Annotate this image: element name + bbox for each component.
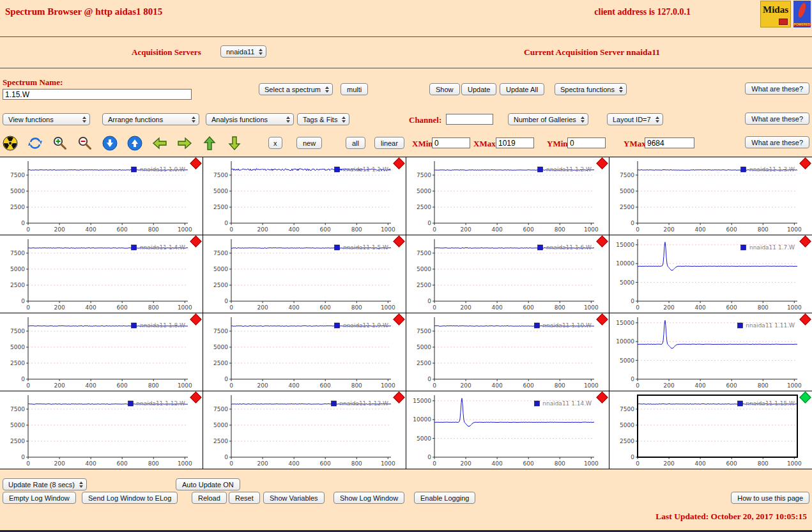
what-are-these-button[interactable]: What are these? [745,82,809,95]
spectrum-chart-svg: 025005000750002004006008001000nnaida11 1… [609,157,812,235]
svg-text:400: 400 [695,304,706,311]
arrow-down-circle-icon[interactable] [102,136,118,151]
svg-text:800: 800 [555,382,565,389]
tags-fits-select[interactable]: Tags & Fits [297,113,349,125]
xmax-input[interactable] [496,137,534,148]
svg-text:400: 400 [289,460,300,467]
svg-text:15000: 15000 [413,398,431,404]
spectrum-panel-6[interactable]: 025005000750002004006008001000nnaida11 1… [406,235,609,313]
svg-text:5000: 5000 [213,266,228,272]
svg-text:7500: 7500 [10,328,25,334]
ymin-input[interactable] [567,137,606,148]
tcl-powered-logo[interactable]: POWERED [793,1,811,27]
show-log-window-button[interactable]: Show Log Window [333,492,404,504]
arrange-functions-select[interactable]: Arrange functions [102,113,199,125]
svg-text:200: 200 [54,304,65,311]
spectrum-name-input[interactable] [3,89,192,100]
svg-text:600: 600 [117,226,128,233]
svg-text:0: 0 [631,454,634,460]
select-stepper-icon [192,116,195,123]
view-functions-value: View functions [8,116,54,123]
send-log-to-elog-button[interactable]: Send Log Window to ELog [82,492,178,504]
spectrum-panel-5[interactable]: 025005000750002004006008001000nnaida11 1… [203,235,406,313]
midas-logo-text: Midas [761,1,790,18]
zoom-out-icon[interactable] [77,136,93,151]
zoom-in-icon[interactable] [52,136,68,151]
all-button[interactable]: all [346,137,365,149]
reload-button[interactable]: Reload [192,492,227,504]
arrow-up-circle-icon[interactable] [127,136,142,151]
spectrum-panel-1[interactable]: 025005000750002004006008001000nnaida11 1… [203,157,406,235]
auto-update-button[interactable]: Auto Update ON [176,478,240,490]
svg-text:1000: 1000 [381,304,395,311]
spectrum-panel-15[interactable]: 025005000750002004006008001000nnaida11 1… [609,391,812,469]
what-are-these-button[interactable]: What are these? [745,136,809,148]
svg-text:1000: 1000 [178,304,192,311]
empty-log-window-button[interactable]: Empty Log Window [3,492,76,504]
svg-text:nnaida11 1.14.W: nnaida11 1.14.W [542,400,592,407]
svg-text:1000: 1000 [381,226,395,233]
spectra-functions-select[interactable]: Spectra functions [555,83,627,95]
spectrum-panel-2[interactable]: 025005000750002004006008001000nnaida11 1… [406,157,609,235]
number-of-galleries-select[interactable]: Number of Galleries [508,113,588,125]
multi-button[interactable]: multi [341,83,368,95]
svg-text:0: 0 [229,304,233,311]
spectrum-panel-4[interactable]: 025005000750002004006008001000nnaida11 1… [0,235,203,313]
select-spectrum-select[interactable]: Select a spectrum [259,83,333,95]
what-are-these-button[interactable]: What are these? [745,113,809,125]
svg-text:400: 400 [86,304,96,311]
pan-up-icon[interactable] [202,136,217,151]
spectra-functions-value: Spectra functions [560,86,615,93]
how-to-use-button[interactable]: How to use this page [731,492,809,504]
show-variables-button[interactable]: Show Variables [263,492,325,504]
pan-down-icon[interactable] [227,136,242,151]
pan-right-icon[interactable] [177,136,192,151]
spectrum-panel-3[interactable]: 025005000750002004006008001000nnaida11 1… [609,157,812,235]
spectrum-panel-9[interactable]: 025005000750002004006008001000nnaida11 1… [203,313,406,391]
spectrum-panel-10[interactable]: 025005000750002004006008001000nnaida11 1… [406,313,609,391]
spectrum-panel-13[interactable]: 025005000750002004006008001000nnaida11 1… [203,391,406,469]
spectrum-panel-11[interactable]: 05000100001500002004006008001000nnaida11… [609,313,812,391]
svg-text:600: 600 [523,382,534,389]
svg-text:0: 0 [21,454,25,460]
spectrum-panel-14[interactable]: 05000100001500002004006008001000nnaida11… [406,391,609,469]
view-functions-select[interactable]: View functions [3,113,90,125]
svg-text:200: 200 [663,460,674,467]
reset-button[interactable]: Reset [229,492,260,504]
spectrum-panel-12[interactable]: 025005000750002004006008001000nnaida11 1… [0,391,203,469]
layout-id-select[interactable]: Layout ID=7 [607,113,663,125]
refresh-icon[interactable] [27,136,43,151]
svg-text:nnaida11 1.3.W: nnaida11 1.3.W [749,166,795,173]
ymax-input[interactable] [645,137,694,148]
svg-text:200: 200 [257,460,268,467]
svg-text:800: 800 [555,460,565,467]
show-button[interactable]: Show [429,83,460,95]
spectrum-panel-7[interactable]: 05000100001500002004006008001000nnaida11… [609,235,812,313]
svg-text:800: 800 [758,226,769,233]
update-all-button[interactable]: Update All [500,83,544,95]
enable-logging-button[interactable]: Enable Logging [414,492,475,504]
svg-text:800: 800 [555,226,565,233]
update-button[interactable]: Update [461,83,496,95]
x-button[interactable]: x [268,137,282,149]
svg-text:200: 200 [460,226,471,233]
svg-text:400: 400 [695,382,706,389]
spectrum-panel-8[interactable]: 025005000750002004006008001000nnaida11 1… [0,313,203,391]
svg-text:0: 0 [636,460,640,467]
svg-text:800: 800 [148,304,159,311]
last-updated-text: Last Updated: October 20, 2017 10:05:15 [655,512,807,522]
analysis-functions-select[interactable]: Analysis functions [206,113,294,125]
acquisition-server-select[interactable]: nnaida11 [220,45,266,58]
spectrum-panel-0[interactable]: 025005000750002004006008001000nnaida11 1… [0,157,203,235]
linear-button[interactable]: linear [374,137,404,149]
update-rate-select[interactable]: Update Rate (8 secs) [3,478,87,490]
radiation-icon[interactable] [3,136,18,151]
svg-text:7500: 7500 [10,250,25,256]
midas-logo[interactable]: Midas [760,1,791,27]
pan-left-icon[interactable] [152,136,167,151]
midas-logo-mark [779,19,788,25]
spectrum-chart-svg: 05000100001500002004006008001000nnaida11… [406,391,609,469]
new-button[interactable]: new [296,137,322,149]
channel-input[interactable] [446,114,493,125]
xmin-input[interactable] [432,137,470,148]
